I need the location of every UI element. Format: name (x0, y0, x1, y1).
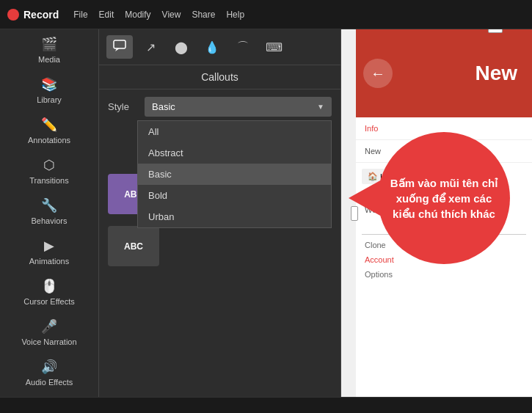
main-layout: 🎬 Media 📚 Library ✏️ Annotations ⬡ Trans… (0, 29, 532, 397)
back-button[interactable]: ← (363, 59, 393, 88)
audio-effects-icon: 🔊 (41, 359, 57, 375)
sidebar-item-media[interactable]: 🎬 Media (0, 29, 98, 70)
sidebar-label-animations: Animations (29, 257, 69, 266)
preview-area: Bấm vào mũi tên chỉ xuống để xem các kiể… (341, 29, 532, 397)
sidebar-item-library[interactable]: 📚 Library (0, 70, 98, 110)
callout-tool-button[interactable] (106, 35, 133, 59)
sidebar-item-annotations[interactable]: ✏️ Annotations (0, 110, 98, 150)
menu-file[interactable]: File (73, 10, 87, 20)
sidebar-label-cursor-effects: Cursor Effects (23, 297, 75, 306)
new-label: New (365, 147, 381, 156)
droplet-icon: 💧 (205, 40, 219, 54)
arrow-icon: ↗ (146, 40, 156, 54)
style-dropdown[interactable]: Basic ▼ (145, 97, 332, 117)
library-icon: 📚 (41, 76, 57, 92)
media-icon: 🎬 (41, 36, 57, 52)
circle-icon: ⬤ (175, 40, 188, 54)
keyboard-tool-button[interactable]: ⌨ (260, 35, 287, 59)
sidebar-item-animations[interactable]: ▶ Animations (0, 231, 98, 271)
menu-edit[interactable]: Edit (99, 10, 114, 20)
sidebar-label-transitions: Transitions (29, 176, 68, 185)
resize-handle-right[interactable] (351, 206, 358, 221)
annotations-icon: ✏️ (41, 117, 57, 133)
tooltip-callout: Bấm vào mũi tên chỉ xuống để xem các kiể… (378, 132, 510, 264)
svg-rect-0 (114, 40, 125, 48)
record-label: Record (23, 9, 59, 21)
bottom-bar (0, 397, 532, 413)
menu-share[interactable]: Share (192, 10, 215, 20)
sidebar-item-transitions[interactable]: ⬡ Transitions (0, 150, 98, 191)
right-preview-title: New (475, 62, 525, 85)
callouts-toolbar: ↗ ⬤ 💧 ⌒ ⌨ (99, 29, 340, 65)
menu-modify[interactable]: Modify (125, 10, 150, 20)
sidebar-item-cursor-effects[interactable]: 🖱️ Cursor Effects (0, 271, 98, 312)
droplet-tool-button[interactable]: 💧 (199, 35, 225, 59)
dropdown-item-bold[interactable]: Bold (138, 185, 331, 206)
callout-icon (112, 39, 127, 55)
sidebar-label-media: Media (38, 55, 60, 64)
top-bar: Record File Edit Modify View Share Help (0, 0, 532, 29)
menu-view[interactable]: View (162, 10, 181, 20)
dropdown-item-urban[interactable]: Urban (138, 206, 331, 227)
circle-tool-button[interactable]: ⬤ (168, 35, 194, 59)
callouts-panel: ↗ ⬤ 💧 ⌒ ⌨ Callouts Style (99, 29, 341, 397)
callout-single-label: ABC (124, 241, 143, 252)
behaviors-icon: 🔧 (41, 197, 57, 213)
right-preview-top: ← New (356, 29, 532, 117)
callout-single-preview[interactable]: ABC (108, 226, 159, 266)
curve-tool-button[interactable]: ⌒ (230, 35, 256, 59)
dropdown-arrow-icon: ▼ (317, 103, 324, 111)
keyboard-icon: ⌨ (266, 40, 283, 54)
resize-handle-top[interactable] (488, 29, 503, 33)
content-area: ↗ ⬤ 💧 ⌒ ⌨ Callouts Style (99, 29, 532, 397)
info-label: Info (365, 124, 378, 133)
style-label: Style (108, 101, 137, 112)
sidebar-item-behaviors[interactable]: 🔧 Behaviors (0, 191, 98, 231)
sidebar-item-voice-narration[interactable]: 🎤 Voice Narration (0, 312, 98, 352)
dropdown-item-abstract[interactable]: Abstract (138, 142, 331, 164)
menu-help[interactable]: Help (226, 10, 244, 20)
animations-icon: ▶ (44, 238, 54, 254)
sidebar-label-behaviors: Behaviors (32, 216, 68, 225)
menu-bar: File Edit Modify View Share Help (73, 10, 244, 20)
curve-icon: ⌒ (237, 40, 249, 55)
dropdown-item-all[interactable]: All (138, 121, 331, 142)
voice-narration-icon: 🎤 (41, 318, 57, 335)
style-value: Basic (152, 101, 175, 112)
sidebar-label-library: Library (37, 95, 62, 104)
sidebar-item-audio-effects[interactable]: 🔊 Audio Effects (0, 352, 98, 392)
record-dot (7, 9, 19, 21)
sidebar-label-audio-effects: Audio Effects (26, 378, 73, 387)
tooltip-text: Bấm vào mũi tên chỉ xuống để xem các kiể… (389, 175, 499, 222)
transitions-icon: ⬡ (43, 157, 55, 173)
dropdown-item-basic[interactable]: Basic (138, 164, 331, 185)
record-button[interactable]: Record (7, 9, 59, 21)
options-label: Options (362, 267, 526, 282)
sidebar-label-voice-narration: Voice Narration (21, 337, 76, 346)
style-row: Style Basic ▼ All Abstract Basic Bold Ur… (99, 89, 340, 124)
arrow-tool-button[interactable]: ↗ (137, 35, 164, 59)
style-dropdown-menu: All Abstract Basic Bold Urban (137, 120, 332, 228)
sidebar: 🎬 Media 📚 Library ✏️ Annotations ⬡ Trans… (0, 29, 99, 397)
back-icon: ← (371, 65, 385, 82)
sidebar-label-annotations: Annotations (28, 136, 70, 145)
cursor-effects-icon: 🖱️ (41, 278, 57, 294)
panel-title: Callouts (99, 65, 340, 89)
